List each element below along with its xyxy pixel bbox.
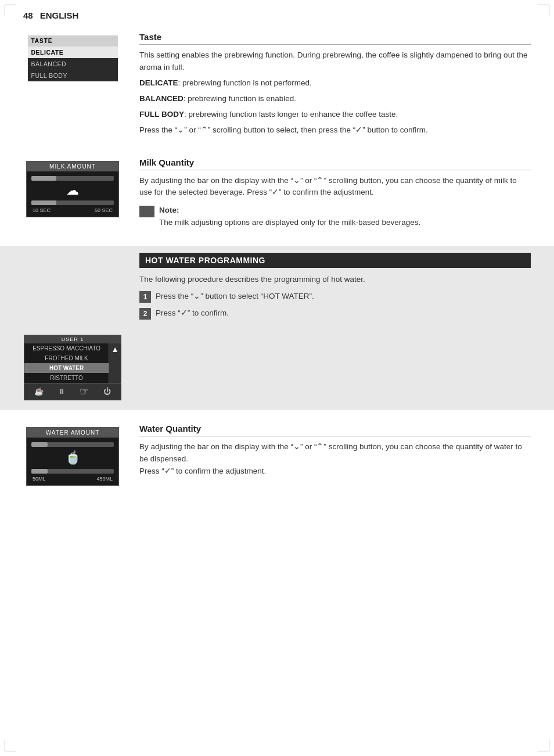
menu-item1: ESPRESSO MACCHIATO xyxy=(24,343,109,353)
step2-text: Press “✓” to confirm. xyxy=(156,307,229,319)
taste-balanced-text: : prebrewing function is enabled. xyxy=(184,94,296,103)
milk-scale-left: 10 SEC xyxy=(33,207,51,213)
taste-screen-header: TASTE xyxy=(28,35,118,46)
water-title: Water Quantity xyxy=(139,424,531,436)
water-bar2 xyxy=(31,469,114,474)
taste-screen: TASTE DELICATE BALANCED FULL BODY xyxy=(28,35,118,81)
hot-water-step2-row: 2 Press “✓” to confirm. xyxy=(139,307,531,320)
hot-water-menu-left: USER 1 ESPRESSO MACCHIATO FROTHED MILK H… xyxy=(17,331,128,400)
milk-body-text: By adjusting the bar on the display with… xyxy=(139,175,531,199)
water-body: 🍵 50ML 450ML xyxy=(27,438,118,485)
menu-screen: USER 1 ESPRESSO MACCHIATO FROTHED MILK H… xyxy=(24,335,121,400)
hot-water-right-header: HOT WATER PROGRAMMING The following proc… xyxy=(139,253,531,323)
milk-scale: 10 SEC 50 SEC xyxy=(31,206,114,214)
milk-title: Milk Quantity xyxy=(139,157,531,170)
step1-num: 1 xyxy=(139,291,151,303)
milk-bar-fill xyxy=(31,176,56,181)
water-cup-icon: 🍵 xyxy=(65,450,81,465)
note-text: The milk adjusting options are displayed… xyxy=(159,218,420,227)
corner-bl xyxy=(5,740,16,751)
hot-water-title: HOT WATER PROGRAMMING xyxy=(139,253,531,268)
milk-scale-right: 50 SEC xyxy=(95,207,113,213)
milk-cloud-icon: ☁ xyxy=(66,183,79,198)
water-body-text: By adjusting the bar on the display with… xyxy=(139,441,531,478)
water-scale-right: 450ML xyxy=(96,476,113,482)
menu-user-header: USER 1 xyxy=(24,335,121,343)
menu-item4: RISTRETTO xyxy=(24,373,109,383)
hot-water-menu-row: USER 1 ESPRESSO MACCHIATO FROTHED MILK H… xyxy=(0,327,554,410)
note-label: Note: xyxy=(159,206,179,214)
milk-bar2 xyxy=(31,200,114,205)
note-content: Note: The milk adjusting options are dis… xyxy=(159,205,420,228)
milk-section: MILK AMOUNT ☁ 10 SEC 50 SEC xyxy=(0,152,554,238)
page-header: 48 ENGLISH xyxy=(0,0,554,26)
scroll-up-icon: ▲ xyxy=(111,345,119,354)
water-left-panel: WATER AMOUNT 🍵 50ML 450ML xyxy=(17,424,128,486)
taste-balanced-label: BALANCED xyxy=(139,94,184,103)
taste-right-panel: Taste This setting enables the prebrewin… xyxy=(139,32,531,140)
menu-items-list: ESPRESSO MACCHIATO FROTHED MILK HOT WATE… xyxy=(24,343,109,383)
milk-bar-fill2 xyxy=(31,200,56,205)
water-bar xyxy=(31,442,114,447)
menu-bottom-bar: ☕ ⏸ ☞ ⏻ xyxy=(24,383,121,400)
water-screen-header: WATER AMOUNT xyxy=(27,428,118,438)
taste-delicate-text: : prebrewing function is not performed. xyxy=(178,78,312,87)
water-scale: 50ML 450ML xyxy=(31,475,114,483)
water-bar-fill2 xyxy=(31,469,48,474)
taste-screen-row2: BALANCED xyxy=(28,58,118,70)
taste-instruction: Press the “⌄” or “⌃” scrolling button to… xyxy=(139,124,531,137)
page-number: 48 xyxy=(23,10,33,20)
corner-br xyxy=(538,740,549,751)
note-icon xyxy=(139,206,154,217)
power-icon: ⏻ xyxy=(103,387,111,396)
taste-body1: This setting enables the prebrewing func… xyxy=(139,49,531,74)
milk-screen-header: MILK AMOUNT xyxy=(27,162,118,171)
step2-num: 2 xyxy=(139,308,151,320)
taste-screen-row3: FULL BODY xyxy=(28,70,118,81)
milk-left-panel: MILK AMOUNT ☁ 10 SEC 50 SEC xyxy=(17,157,128,217)
water-right-panel: Water Quantity By adjusting the bar on t… xyxy=(139,424,531,481)
milk-right-panel: Milk Quantity By adjusting the bar on th… xyxy=(139,157,531,232)
taste-delicate: DELICATE: prebrewing function is not per… xyxy=(139,77,531,89)
step1-text: Press the “⌄” button to select “HOT WATE… xyxy=(156,291,314,302)
finger-icon: ☞ xyxy=(80,385,89,398)
taste-fullbody-label: FULL BODY xyxy=(139,110,184,119)
taste-balanced: BALANCED: prebrewing function is enabled… xyxy=(139,93,531,105)
taste-title: Taste xyxy=(139,32,531,45)
page-content: TASTE DELICATE BALANCED FULL BODY Taste … xyxy=(0,26,554,756)
water-bar-fill xyxy=(31,442,48,447)
taste-delicate-label: DELICATE xyxy=(139,78,178,87)
taste-screen-row1: DELICATE xyxy=(28,46,118,58)
milk-bar xyxy=(31,176,114,181)
milk-body: ☁ 10 SEC 50 SEC xyxy=(27,171,118,217)
taste-left-panel: TASTE DELICATE BALANCED FULL BODY xyxy=(17,32,128,81)
menu-items-area: ESPRESSO MACCHIATO FROTHED MILK HOT WATE… xyxy=(24,343,121,383)
cup-icon: ☕ xyxy=(34,387,44,396)
menu-item2: FROTHED MILK xyxy=(24,353,109,363)
menu-item3-hot-water: HOT WATER xyxy=(24,363,109,373)
water-screen: WATER AMOUNT 🍵 50ML 450ML xyxy=(26,427,119,486)
corner-tr xyxy=(538,5,549,16)
hot-water-section: HOT WATER PROGRAMMING The following proc… xyxy=(0,246,554,410)
hot-water-header-row: HOT WATER PROGRAMMING The following proc… xyxy=(0,246,554,323)
hot-water-step1-row: 1 Press the “⌄” button to select “HOT WA… xyxy=(139,291,531,303)
pause-icon: ⏸ xyxy=(58,387,66,396)
water-scale-left: 50ML xyxy=(33,476,46,482)
page-language: ENGLISH xyxy=(40,10,79,20)
milk-screen: MILK AMOUNT ☁ 10 SEC 50 SEC xyxy=(26,161,119,217)
taste-fullbody-text: : prebrewing function lasts longer to en… xyxy=(184,110,398,119)
hot-water-intro: The following procedure describes the pr… xyxy=(139,274,531,286)
corner-tl xyxy=(5,5,16,16)
water-section: WATER AMOUNT 🍵 50ML 450ML xyxy=(0,418,554,492)
page: 48 ENGLISH TASTE DELICATE BALANCED FULL … xyxy=(0,0,554,756)
note-box: Note: The milk adjusting options are dis… xyxy=(139,205,531,228)
taste-section: TASTE DELICATE BALANCED FULL BODY Taste … xyxy=(0,26,554,146)
taste-fullbody: FULL BODY: prebrewing function lasts lon… xyxy=(139,109,531,121)
scroll-button-area: ▲ xyxy=(109,343,121,383)
